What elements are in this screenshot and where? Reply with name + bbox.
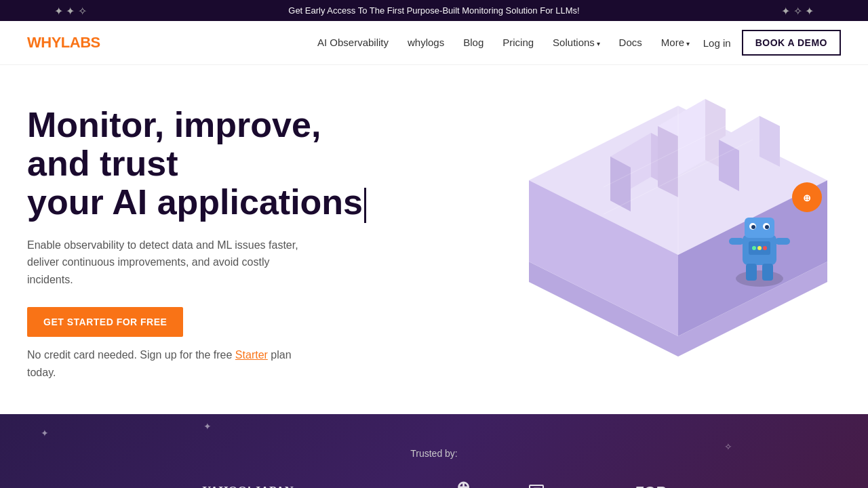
top-banner: ✦ ✦ ✧ Get Early Access To The First Purp… [0,0,868,21]
glassdoor-icon: ▢ [529,485,544,488]
nav-item-docs[interactable]: Docs [619,37,642,49]
login-link[interactable]: Log in [703,37,731,49]
orb-icon: ⊕ [803,192,811,203]
book-demo-button[interactable]: BOOK A DEMO [742,30,841,56]
banner-text: Get Early Access To The First Purpose-Bu… [288,5,579,16]
hero-section: Monitor, improve, and trust your AI appl… [0,65,868,414]
logo-stitch-fix: ⊕ STITCH FIX [437,479,488,488]
text-cursor [364,188,366,223]
hero-illustration: ⊕ [448,65,868,350]
nav-item-more[interactable]: More [661,37,690,49]
logo-glassdoor: ▢ glassdoor [529,485,593,488]
hero-description: Enable observability to detect data and … [27,237,312,289]
nav-item-solutions[interactable]: Solutions [553,37,600,49]
robot-pupil-left [751,225,755,229]
nav-links: AI Observability whylogs Blog Pricing So… [317,37,690,49]
logo-fortune: FOR [634,483,665,488]
robot-shadow [736,270,783,287]
robot-leg-right [762,264,773,281]
robot-light3 [763,246,767,250]
hero-heading-line1: Monitor, improve, and trust [27,105,321,183]
logo-yahoo: YAHOO! JAPAN [202,485,294,488]
nav-item-ai-observability[interactable]: AI Observability [317,37,389,49]
robot-arm-left [729,238,744,245]
get-started-button[interactable]: GET STARTED FOR FREE [27,307,183,337]
robot-light2 [757,246,762,250]
nav-item-blog[interactable]: Blog [463,37,484,49]
sparkle-1: ✦ [41,428,49,439]
robot-light1 [752,246,756,250]
hero-text: Monitor, improve, and trust your AI appl… [27,106,380,401]
sparkle-3: ✦ [203,421,212,432]
stars-decoration-left: ✦ ✦ ✧ [54,4,87,17]
nav-item-pricing[interactable]: Pricing [502,37,534,49]
hero-svg: ⊕ [475,79,868,363]
logo-labs: LABS [61,34,100,51]
hero-heading: Monitor, improve, and trust your AI appl… [27,106,380,223]
nav-item-whylogs[interactable]: whylogs [408,37,444,49]
robot-head [745,218,774,238]
stars-decoration-right: ✦ ✧ ✦ [781,4,814,17]
logo-why: WHY [27,34,61,51]
robot-leg-left [746,264,757,281]
logos-row: YAHOO! JAPAN AIRSPACE ⊕ STITCH FIX ▢ gla… [27,479,841,488]
logo[interactable]: WHYLABS [27,34,100,52]
purple-section: ✦ ✧ ✦ Trusted by: YAHOO! JAPAN AIRSPACE … [0,414,868,488]
trusted-by-label: Trusted by: [27,448,841,459]
hero-heading-line2: your AI applications [27,182,363,222]
starter-link[interactable]: Starter [235,349,268,361]
sparkle-2: ✧ [724,441,732,452]
robot-arm-right [775,238,790,245]
stitch-fix-icon: ⊕ [437,479,488,488]
robot-pupil-right [765,225,769,229]
hero-note: No credit card needed. Sign up for the f… [27,346,312,381]
building2-side [658,126,678,197]
navbar: WHYLABS AI Observability whylogs Blog Pr… [0,21,868,65]
